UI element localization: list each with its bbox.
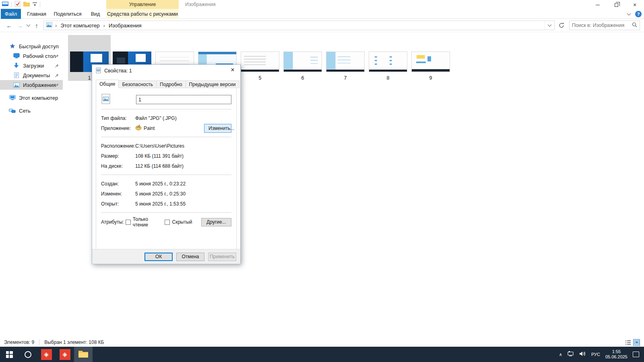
taskbar-explorer-button[interactable]: [74, 347, 93, 362]
tab-details[interactable]: Подробно: [157, 80, 186, 88]
ok-button[interactable]: ОК: [144, 253, 173, 261]
field-label: Создан:: [101, 181, 135, 187]
sidebar-item-downloads[interactable]: Загрузки: [0, 61, 63, 70]
action-center-icon[interactable]: [633, 352, 639, 357]
qat-customize-icon[interactable]: [33, 1, 37, 8]
change-app-button[interactable]: Изменить...: [204, 124, 231, 133]
recent-locations-icon[interactable]: [25, 21, 31, 30]
refresh-icon[interactable]: [556, 21, 567, 30]
sidebar-item-label: Быстрый доступ: [19, 43, 59, 49]
breadcrumb-this-pc[interactable]: Этот компьютер: [60, 23, 100, 29]
ribbon-tab-row: Файл Главная Поделиться Вид Средства раб…: [0, 9, 644, 19]
sidebar-item-label: Сеть: [19, 108, 31, 114]
details-view-icon[interactable]: [625, 339, 632, 346]
file-item-8[interactable]: 8: [367, 35, 409, 81]
pin-icon: [55, 53, 59, 60]
separator: [101, 175, 231, 175]
tab-view[interactable]: Вид: [85, 9, 105, 19]
sidebar-item-desktop[interactable]: Рабочий стол: [0, 51, 63, 61]
field-value: Файл "JPG" (.JPG): [135, 115, 177, 121]
file-item-7[interactable]: 7: [324, 35, 367, 81]
address-bar[interactable]: › Этот компьютер › Изображения: [43, 21, 555, 30]
attributes-row: Атрибуты: Только чтение Скрытый Другие..…: [101, 216, 231, 228]
sidebar-item-label: Изображения: [23, 82, 56, 88]
file-name-input[interactable]: [136, 95, 231, 104]
created-row: Создан: 5 июня 2025 г., 0:23:22: [101, 179, 231, 189]
search-box[interactable]: [569, 21, 640, 30]
forward-button[interactable]: →: [14, 21, 25, 30]
close-button[interactable]: ×: [625, 0, 644, 10]
explorer-logo-icon: [2, 1, 8, 8]
file-item-9[interactable]: 9: [409, 35, 452, 81]
dialog-close-button[interactable]: ×: [225, 65, 240, 75]
navigation-pane: Быстрый доступ Рабочий стол Загрузки Док…: [0, 33, 63, 338]
explorer-window: Управление Изображения × Файл Главная По…: [0, 0, 644, 362]
dialog-tab-strip: Общие Безопасность Подробно Предыдущие в…: [96, 80, 239, 88]
sidebar-item-label: Этот компьютер: [19, 95, 58, 101]
field-value: 5 июня 2025 г., 1:53:55: [135, 201, 186, 207]
file-thumbnail: [369, 51, 407, 72]
search-icon[interactable]: [632, 22, 637, 29]
dialog-footer: ОК Отмена Применить: [92, 249, 240, 264]
app-row: Приложение: Paint Изменить...: [101, 123, 231, 133]
paint-icon: [135, 125, 142, 132]
field-label: Приложение:: [101, 125, 135, 131]
sidebar-item-this-pc[interactable]: Этот компьютер: [0, 93, 63, 103]
dialog-title: Свойства: 1: [104, 68, 132, 74]
image-file-icon: [101, 94, 113, 105]
tab-picture-tools[interactable]: Средства работы с рисунками: [106, 9, 179, 19]
sidebar-item-pictures[interactable]: Изображения: [0, 80, 63, 90]
restore-button[interactable]: [607, 0, 625, 10]
tab-home[interactable]: Главная: [23, 9, 50, 19]
tab-previous-versions[interactable]: Предыдущие версии: [186, 80, 239, 88]
breadcrumb-pictures[interactable]: Изображения: [108, 23, 142, 29]
address-dropdown-icon[interactable]: [545, 21, 554, 30]
taskbar-app-2[interactable]: ◈: [56, 347, 74, 362]
taskbar-clock[interactable]: 1:55 05.06.2025: [605, 349, 627, 360]
taskbar-app-1[interactable]: ◈: [37, 347, 56, 362]
search-input[interactable]: [572, 23, 632, 28]
readonly-checkbox[interactable]: [126, 220, 131, 225]
tab-file[interactable]: Файл: [1, 9, 21, 19]
collapse-ribbon-icon[interactable]: [627, 11, 631, 15]
file-thumbnail: [411, 51, 450, 72]
file-item-6[interactable]: 6: [281, 35, 324, 81]
minimize-button[interactable]: [588, 0, 607, 10]
other-attributes-button[interactable]: Другие...: [201, 218, 231, 226]
up-button[interactable]: ↑: [31, 21, 42, 30]
field-label: Изменен:: [101, 191, 135, 197]
file-name: 7: [344, 75, 347, 81]
new-folder-icon[interactable]: [23, 1, 30, 8]
opened-row: Открыт: 5 июня 2025 г., 1:53:55: [101, 199, 231, 209]
field-label: Расположение:: [101, 143, 135, 149]
sidebar-item-documents[interactable]: Документы: [0, 70, 63, 80]
tab-share[interactable]: Поделиться: [51, 9, 85, 19]
network-tray-icon[interactable]: [568, 351, 574, 358]
start-button[interactable]: [0, 347, 19, 362]
size-on-disk-row: На диске: 112 КБ (114 688 байт): [101, 161, 231, 171]
back-button[interactable]: ←: [4, 21, 14, 30]
hidden-checkbox-group[interactable]: Скрытый: [165, 219, 192, 225]
thumbnail-view-icon[interactable]: [633, 339, 640, 346]
network-icon: [9, 108, 16, 114]
properties-check-icon[interactable]: [14, 1, 21, 8]
search-button[interactable]: [19, 347, 37, 362]
readonly-checkbox-group[interactable]: Только чтение: [126, 216, 156, 228]
help-icon[interactable]: ?: [635, 11, 642, 17]
file-item-5[interactable]: 5: [239, 35, 281, 81]
file-type-row: Тип файла: Файл "JPG" (.JPG): [101, 113, 231, 123]
volume-tray-icon[interactable]: [580, 351, 586, 358]
sidebar-item-quick-access[interactable]: Быстрый доступ: [0, 41, 63, 51]
tab-security[interactable]: Безопасность: [119, 80, 157, 88]
cancel-button[interactable]: Отмена: [176, 253, 204, 261]
breadcrumb-separator: ›: [101, 23, 108, 29]
language-indicator[interactable]: РУС: [591, 352, 600, 357]
hidden-checkbox[interactable]: [165, 220, 170, 225]
tray-chevron-icon[interactable]: ∧: [559, 352, 562, 357]
tab-general[interactable]: Общие: [96, 80, 119, 88]
window-controls: ×: [588, 0, 644, 10]
contextual-group-header: Управление: [106, 0, 179, 9]
clock-date: 05.06.2025: [605, 354, 627, 360]
sidebar-item-network[interactable]: Сеть: [0, 106, 63, 115]
field-value: 5 июня 2025 г., 0:25:30: [135, 191, 186, 197]
